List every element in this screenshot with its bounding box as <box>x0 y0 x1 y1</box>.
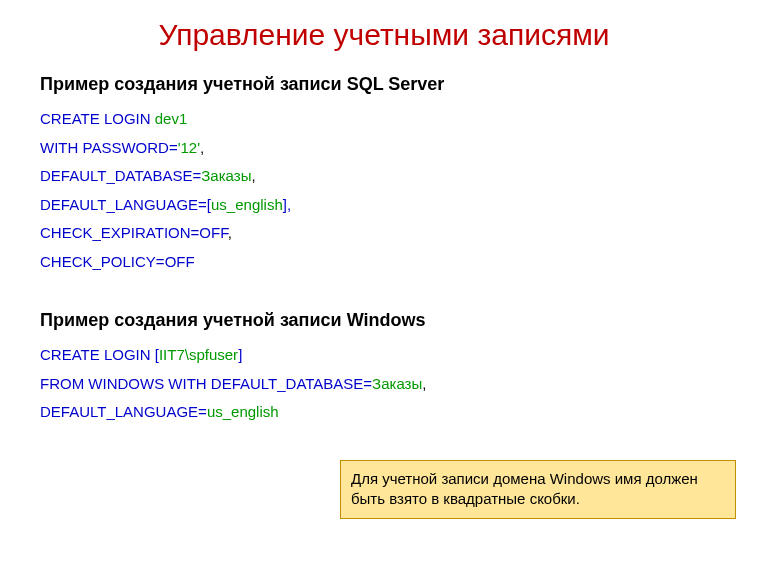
sql-example-heading: Пример создания учетной записи SQL Serve… <box>40 74 728 95</box>
keyword: DEFAULT_DATABASE= <box>40 167 201 184</box>
code-line: DEFAULT_LANGUAGE=us_english <box>40 398 728 427</box>
keyword: CREATE LOGIN <box>40 110 155 127</box>
keyword: FROM WINDOWS WITH DEFAULT_DATABASE= <box>40 375 372 392</box>
keyword: CHECK_EXPIRATION=OFF <box>40 224 228 241</box>
code-line: CREATE LOGIN dev1 <box>40 105 728 134</box>
value: IIT7\spfuser <box>159 346 238 363</box>
code-line: CREATE LOGIN [IIT7\spfuser] <box>40 341 728 370</box>
code-line: CHECK_POLICY=OFF <box>40 248 728 277</box>
keyword: CREATE LOGIN [ <box>40 346 159 363</box>
windows-login-example: Пример создания учетной записи Windows C… <box>40 310 728 427</box>
value: us_english <box>207 403 279 420</box>
keyword: DEFAULT_LANGUAGE=[ <box>40 196 211 213</box>
code-line: WITH PASSWORD='12', <box>40 134 728 163</box>
value: dev1 <box>155 110 188 127</box>
punct: , <box>228 224 232 241</box>
punct: , <box>251 167 255 184</box>
keyword: ] <box>238 346 242 363</box>
value: '12' <box>178 139 200 156</box>
page-title: Управление учетными записями <box>40 18 728 52</box>
keyword: DEFAULT_LANGUAGE= <box>40 403 207 420</box>
punct: , <box>422 375 426 392</box>
code-line: DEFAULT_DATABASE=Заказы, <box>40 162 728 191</box>
code-line: DEFAULT_LANGUAGE=[us_english], <box>40 191 728 220</box>
keyword: WITH PASSWORD= <box>40 139 178 156</box>
keyword: CHECK_POLICY=OFF <box>40 253 195 270</box>
punct: , <box>200 139 204 156</box>
code-line: CHECK_EXPIRATION=OFF, <box>40 219 728 248</box>
keyword: ], <box>283 196 291 213</box>
value: Заказы <box>201 167 251 184</box>
windows-example-heading: Пример создания учетной записи Windows <box>40 310 728 331</box>
note-callout: Для учетной записи домена Windows имя до… <box>340 460 736 519</box>
value: Заказы <box>372 375 422 392</box>
value: us_english <box>211 196 283 213</box>
sql-login-example: Пример создания учетной записи SQL Serve… <box>40 74 728 276</box>
code-line: FROM WINDOWS WITH DEFAULT_DATABASE=Заказ… <box>40 370 728 399</box>
